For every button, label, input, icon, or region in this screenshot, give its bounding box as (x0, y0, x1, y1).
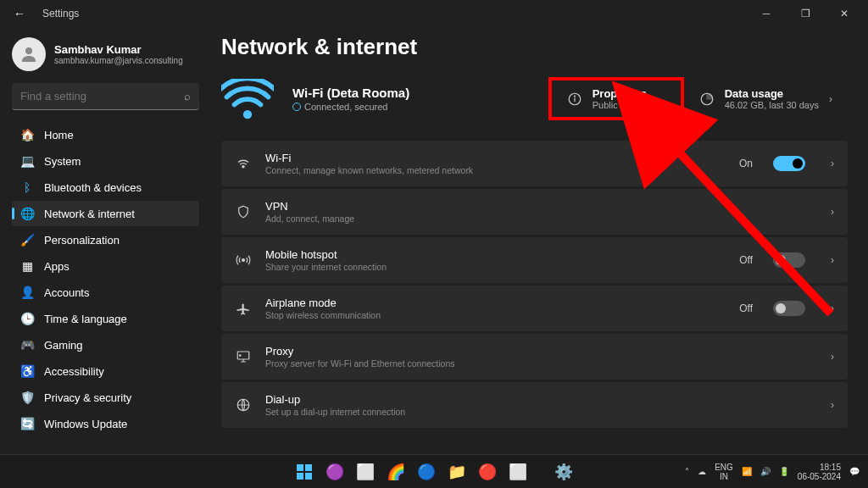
sidebar-item-apps[interactable]: ▦Apps (12, 253, 199, 279)
usage-sub: 46.02 GB, last 30 days (725, 100, 819, 110)
explorer-icon[interactable]: 📁 (443, 458, 470, 485)
wifi-toggle-label: On (739, 158, 753, 169)
edge-icon[interactable]: 🔵 (413, 458, 440, 485)
sidebar-item-label: Network & internet (44, 208, 135, 220)
network-icon: 🌐 (20, 207, 34, 220)
airplane-toggle-label: Off (739, 302, 753, 314)
airplane-title: Airplane mode (265, 297, 726, 309)
battery-tray-icon[interactable]: 🔋 (779, 467, 789, 476)
sidebar-item-accounts[interactable]: 👤Accounts (12, 280, 199, 305)
wifi-row[interactable]: Wi-FiConnect, manage known networks, met… (221, 141, 848, 186)
privacy-icon: 🛡️ (20, 391, 34, 404)
apps-icon: ▦ (20, 259, 34, 273)
home-icon: 🏠 (20, 128, 34, 141)
dialup-sub: Set up a dial-up internet connection (265, 407, 805, 417)
user-profile[interactable]: Sambhav Kumar sambhav.kumar@jarvis.consu… (12, 37, 199, 71)
tray-chevron-icon[interactable]: ˄ (685, 467, 689, 476)
chevron-right-icon: › (831, 254, 834, 266)
wifi-state: Connected, secured (304, 102, 387, 112)
wifi-tray-icon[interactable]: 📶 (742, 467, 752, 476)
settings-taskbar-icon[interactable]: ⚙️ (550, 458, 577, 485)
properties-card[interactable]: Properties Public network (548, 77, 684, 120)
sidebar-item-label: Apps (44, 260, 70, 273)
bluetooth-icon: ᛒ (20, 180, 34, 194)
sidebar-item-label: Accessibility (44, 365, 104, 378)
sidebar-item-bluetooth[interactable]: ᛒBluetooth & devices (12, 175, 199, 200)
chrome-icon[interactable]: 🌈 (382, 458, 409, 485)
data-usage-card[interactable]: Data usage 46.02 GB, last 30 days › (684, 77, 848, 120)
sidebar-item-home[interactable]: 🏠Home (12, 122, 199, 147)
minimize-button[interactable]: ─ (749, 2, 783, 25)
language-indicator[interactable]: ENGIN (715, 463, 733, 481)
svg-rect-13 (297, 473, 303, 480)
clock[interactable]: 18:1506-05-2024 (798, 463, 841, 481)
sidebar-item-gaming[interactable]: 🎮Gaming (12, 332, 199, 358)
sidebar-item-label: Gaming (44, 339, 83, 352)
properties-title: Properties (593, 87, 654, 100)
svg-point-0 (25, 47, 32, 54)
sidebar-item-time[interactable]: 🕒Time & language (12, 306, 199, 331)
vpn-icon (235, 204, 252, 219)
chevron-right-icon: › (831, 206, 834, 218)
wifi-title: Wi-Fi (265, 152, 726, 164)
hotspot-toggle[interactable] (773, 252, 805, 268)
sidebar-item-label: Privacy & security (44, 391, 131, 404)
time-icon: 🕒 (20, 312, 34, 325)
titlebar: ← Settings ─ ❐ ✕ (0, 0, 868, 27)
volume-tray-icon[interactable]: 🔊 (760, 467, 771, 476)
dialup-row[interactable]: Dial-upSet up a dial-up internet connect… (221, 382, 848, 428)
sidebar-item-update[interactable]: 🔄Windows Update (12, 411, 199, 436)
copilot-icon[interactable]: 🟣 (321, 458, 348, 485)
vpn-row[interactable]: VPNAdd, connect, manage› (221, 189, 848, 235)
usage-icon (699, 92, 715, 107)
sidebar-item-label: System (44, 155, 81, 168)
sidebar-item-label: Personalization (44, 234, 120, 247)
onedrive-icon[interactable]: ☁ (698, 467, 706, 476)
chevron-right-icon: › (831, 351, 834, 363)
sidebar-item-accessibility[interactable]: ♿Accessibility (12, 358, 199, 384)
svg-rect-11 (297, 464, 303, 471)
wifi-toggle[interactable] (773, 156, 805, 171)
sidebar-item-label: Bluetooth & devices (44, 181, 142, 194)
taskview-icon[interactable]: ⬜ (352, 458, 379, 485)
sidebar-item-label: Windows Update (44, 418, 127, 430)
notifications-icon[interactable]: 💬 (849, 467, 860, 476)
wifi-sub: Connect, manage known networks, metered … (265, 165, 726, 175)
hotspot-toggle-label: Off (739, 254, 753, 266)
chevron-right-icon: › (831, 158, 834, 169)
dialup-icon (235, 397, 252, 413)
airplane-sub: Stop wireless communication (265, 310, 726, 320)
airplane-row[interactable]: Airplane modeStop wireless communication… (221, 286, 848, 331)
sidebar-item-privacy[interactable]: 🛡️Privacy & security (12, 385, 199, 410)
svg-point-6 (242, 259, 245, 262)
sidebar-item-system[interactable]: 💻System (12, 148, 199, 174)
search-input[interactable] (20, 90, 184, 103)
system-icon: 💻 (20, 154, 34, 168)
app-icon-2[interactable] (535, 458, 547, 485)
airplane-toggle[interactable] (773, 301, 805, 316)
sidebar-item-network[interactable]: 🌐Network & internet (12, 201, 199, 226)
maximize-button[interactable]: ❐ (788, 2, 822, 25)
airplane-icon (235, 301, 252, 316)
sidebar-item-label: Time & language (44, 313, 127, 325)
proxy-row[interactable]: ProxyProxy server for Wi-Fi and Ethernet… (221, 334, 848, 380)
search-box[interactable]: ⌕ (12, 83, 199, 110)
personalization-icon: 🖌️ (20, 233, 34, 247)
start-button[interactable] (291, 458, 318, 485)
hotspot-title: Mobile hotspot (265, 248, 726, 261)
main-content: Network & internet Wi-Fi (Deta Rooma) Co… (206, 27, 868, 454)
vpn-sub: Add, connect, manage (265, 214, 805, 224)
accessibility-icon: ♿ (20, 364, 34, 378)
hotspot-icon (235, 252, 252, 268)
vpn-title: VPN (265, 200, 805, 213)
svg-point-3 (574, 96, 575, 97)
hotspot-row[interactable]: Mobile hotspotShare your internet connec… (221, 237, 848, 283)
proxy-sub: Proxy server for Wi-Fi and Ethernet conn… (265, 358, 805, 369)
opera-icon[interactable]: 🔴 (474, 458, 501, 485)
usage-title: Data usage (725, 87, 819, 100)
back-button[interactable]: ← (7, 3, 32, 24)
close-button[interactable]: ✕ (827, 2, 861, 25)
sidebar-item-personalization[interactable]: 🖌️Personalization (12, 227, 199, 252)
app-icon-1[interactable]: ⬜ (504, 458, 531, 485)
chevron-right-icon: › (831, 302, 834, 314)
